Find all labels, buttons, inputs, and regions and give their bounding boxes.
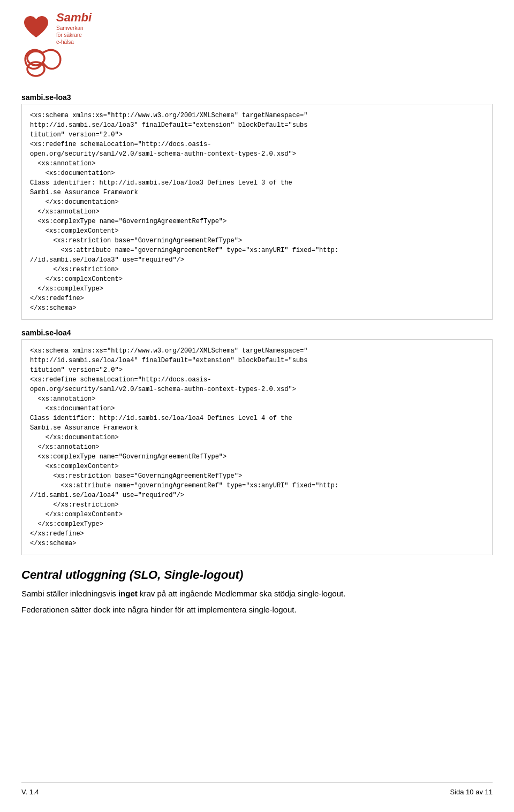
header: Sambi Samverkan för säkrare e-hälsa xyxy=(0,0,514,82)
prose-title: Central utloggning (SLO, Single-logout) xyxy=(21,568,493,582)
code-block-loa4: <xs:schema xmlns:xs="http://www.w3.org/2… xyxy=(21,339,493,555)
prose-text1-before: Sambi ställer inledningsvis xyxy=(21,589,118,598)
footer-version: V. 1.4 xyxy=(21,788,39,796)
logo-text-group: Sambi Samverkan för säkrare e-hälsa xyxy=(56,11,92,45)
section-loa4-title: sambi.se-loa4 xyxy=(21,328,493,337)
sambi-infinity-icon xyxy=(21,48,64,77)
footer-page: Sida 10 av 11 xyxy=(450,788,493,796)
sambi-logo-icon xyxy=(21,13,51,43)
code-block-loa3: <xs:schema xmlns:xs="http://www.w3.org/2… xyxy=(21,104,493,320)
page-container: Sambi Samverkan för säkrare e-hälsa xyxy=(0,0,514,812)
prose-text1-bold: inget xyxy=(118,589,138,598)
prose-paragraph-2: Federationen sätter dock inte några hind… xyxy=(21,603,493,616)
prose-section: Central utloggning (SLO, Single-logout) … xyxy=(21,568,493,616)
logo-subtitle: Samverkan för säkrare e-hälsa xyxy=(56,25,92,45)
footer: V. 1.4 Sida 10 av 11 xyxy=(21,782,493,796)
main-content: sambi.se-loa3 <xs:schema xmlns:xs="http:… xyxy=(0,82,514,672)
logo-sambi-text: Sambi xyxy=(56,11,92,25)
logo-top: Sambi Samverkan för säkrare e-hälsa xyxy=(21,11,92,45)
section-loa3-title: sambi.se-loa3 xyxy=(21,93,493,102)
logo-area: Sambi Samverkan för säkrare e-hälsa xyxy=(21,11,92,77)
prose-text1-after: krav på att ingående Medlemmar ska stödj… xyxy=(138,589,346,598)
prose-paragraph-1: Sambi ställer inledningsvis inget krav p… xyxy=(21,587,493,600)
